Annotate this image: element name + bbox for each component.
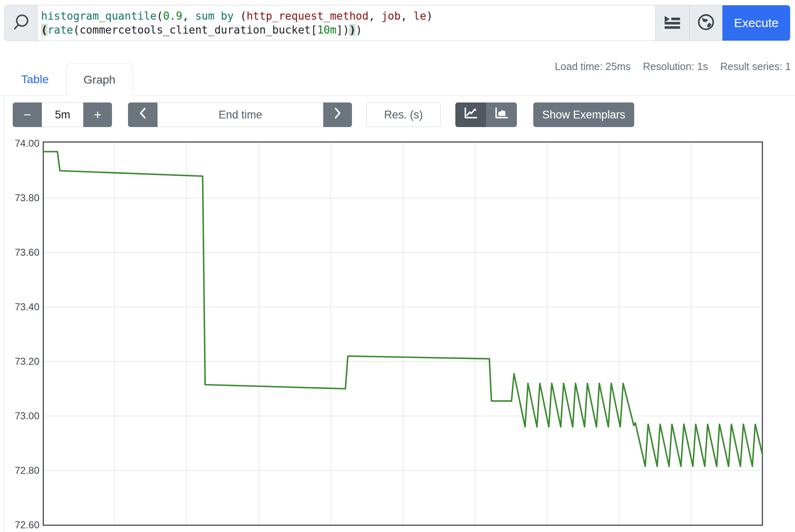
query-token: [ [311, 24, 317, 36]
query-token: 10m [317, 24, 336, 36]
query-token: sum [195, 10, 215, 22]
query-token: ] [336, 24, 343, 36]
query-token: ) [426, 10, 433, 22]
query-token: , [368, 10, 381, 22]
stacked-area-chart-icon [494, 107, 509, 123]
query-token: ( [41, 24, 48, 36]
query-token: ( [234, 10, 247, 22]
range-increase-button[interactable]: + [83, 102, 112, 127]
time-forward-button[interactable] [323, 102, 352, 127]
chart-svg [43, 141, 763, 526]
chevron-right-icon [333, 107, 342, 123]
y-axis-tick-label: 72.60 [0, 519, 39, 531]
chart-type-toggle [455, 102, 517, 127]
prettify-addon[interactable] [655, 5, 689, 41]
execute-button[interactable]: Execute [722, 5, 790, 41]
query-token: 0.9 [163, 10, 182, 22]
query-token: commercetools_client_duration_bucket [80, 24, 311, 36]
search-addon [5, 5, 38, 41]
query-token: , [182, 10, 195, 22]
globe-addon[interactable] [689, 5, 722, 41]
chart-plot[interactable] [43, 141, 763, 526]
range-decrease-button[interactable]: − [13, 102, 42, 127]
query-token: ) [349, 24, 356, 36]
time-back-button[interactable] [128, 102, 158, 127]
query-line: histogram_quantile(0.9, sum by (http_req… [41, 9, 655, 23]
query-input[interactable]: histogram_quantile(0.9, sum by (http_req… [38, 5, 655, 41]
query-token: http_request_method [247, 10, 368, 22]
show-exemplars-button[interactable]: Show Exemplars [533, 102, 634, 127]
query-token: ) [356, 24, 362, 36]
query-token: by [221, 10, 233, 22]
prettify-expression-icon [664, 15, 681, 31]
query-token: , [401, 10, 413, 22]
panel-tabbar: Table Graph [0, 64, 795, 96]
end-time-input[interactable] [158, 102, 323, 127]
search-icon [12, 13, 30, 33]
end-time-group [128, 102, 352, 127]
y-axis-tick-label: 73.60 [0, 246, 39, 259]
line-chart-toggle-button[interactable] [455, 102, 486, 127]
line-chart-icon [464, 107, 478, 123]
y-axis-tick-label: 73.80 [0, 192, 39, 204]
query-token: histogram_quantile [41, 10, 157, 22]
y-axis-tick-label: 74.00 [0, 137, 39, 150]
query-toolbar: histogram_quantile(0.9, sum by (http_req… [4, 5, 790, 41]
query-token: ( [157, 10, 163, 22]
query-token: rate [48, 24, 73, 36]
range-input[interactable] [42, 102, 83, 127]
tab-table[interactable]: Table [3, 64, 66, 95]
query-token: ) [343, 24, 350, 36]
stacked-chart-toggle-button[interactable] [486, 102, 517, 127]
query-token: job [382, 10, 401, 22]
y-axis-tick-label: 73.00 [0, 410, 39, 422]
query-line: (rate(commercetools_client_duration_buck… [41, 23, 655, 37]
y-axis-tick-label: 73.40 [0, 301, 39, 313]
query-token: ( [73, 24, 80, 36]
y-axis-tick-label: 72.80 [0, 464, 39, 477]
resolution-input[interactable] [366, 102, 441, 127]
y-axis-tick-label: 73.20 [0, 355, 39, 368]
tab-graph[interactable]: Graph [66, 64, 132, 96]
chevron-left-icon [138, 107, 147, 123]
query-token [215, 10, 221, 22]
query-token: le [413, 10, 426, 22]
globe-icon [697, 14, 715, 32]
range-stepper: − + [13, 102, 112, 127]
